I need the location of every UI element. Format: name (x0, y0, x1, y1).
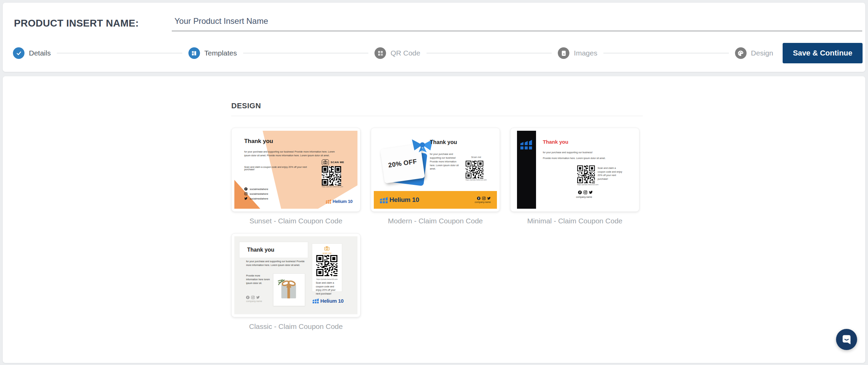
gift-photo-panel (273, 273, 305, 306)
step-label-qr-code: QR Code (390, 49, 420, 57)
body-line: for your purchase and supporting our bus… (246, 260, 306, 267)
template-preview-modern: 20% OFF Thank you for your purchase and … (374, 131, 497, 209)
scan-me-badge: SCAN ME (322, 159, 344, 165)
scan-me-label: Scan me (471, 156, 481, 159)
thank-you-heading: Thank you (543, 139, 568, 145)
template-card-classic[interactable]: Thank you scan me https://portals.helium… (231, 233, 361, 317)
helium10-wordmark: Helium 10 (333, 199, 353, 204)
step-connector (603, 53, 729, 53)
qr-code (322, 166, 341, 186)
brand-footer-bar: Helium 10 company.name (374, 191, 497, 209)
chat-bubble-icon (840, 333, 853, 346)
template-caption: Modern - Claim Coupon Code (371, 217, 500, 225)
stepper: Details Templates QR Code Images Design … (13, 42, 863, 64)
template-card-minimal[interactable]: Thank you for your purchase and supporti… (510, 128, 639, 212)
template-preview-minimal: Thank you for your purchase and supporti… (513, 131, 636, 209)
helium10-mark-icon (313, 298, 319, 303)
thank-you-heading: Thank you (430, 139, 457, 145)
step-connector (427, 53, 552, 53)
scan-claim-text: Scan and claim a coupon code and enjoy 2… (244, 166, 313, 171)
template-tile-classic: Thank you scan me https://portals.helium… (231, 233, 361, 331)
thank-you-heading: Thank you (244, 138, 273, 145)
design-section-title: DESIGN (231, 101, 643, 110)
social-links: socialmediahere socialmediahere socialme… (244, 187, 268, 200)
save-continue-button[interactable]: Save & Continue (783, 43, 863, 63)
twitter-icon (487, 196, 491, 200)
social-row: socialmediahere (244, 197, 268, 200)
qr-panel: scan me https://portals.helium10.com Sca… (312, 243, 342, 292)
instagram-icon (244, 192, 248, 195)
instagram-icon (251, 296, 255, 299)
helium10-logo: Helium 10 (380, 196, 419, 204)
template-tile-sunset: Thank you for your purchase and supporti… (231, 128, 361, 225)
thank-you-heading: Thank you (247, 247, 274, 253)
template-caption: Minimal - Claim Coupon Code (510, 217, 639, 225)
social-icons-row (246, 296, 262, 299)
facebook-icon (244, 187, 248, 191)
template-card-sunset[interactable]: Thank you for your purchase and supporti… (231, 128, 361, 212)
product-insert-name-input[interactable] (172, 14, 862, 31)
step-connector (57, 53, 182, 53)
body-line: Provide more information here lorem ipsu… (246, 274, 272, 285)
check-icon (13, 47, 24, 59)
step-connector (243, 53, 369, 53)
facebook-icon (578, 190, 582, 194)
template-tile-minimal: Thank you for your purchase and supporti… (510, 128, 639, 225)
facebook-icon (477, 196, 481, 200)
template-caption: Sunset - Claim Coupon Code (231, 217, 361, 225)
company-name: company.name (475, 201, 491, 203)
helium10-wordmark: Helium 10 (389, 196, 419, 204)
step-images[interactable]: Images (558, 47, 597, 59)
company-name: company.name (246, 300, 262, 302)
chat-launcher-button[interactable] (836, 329, 857, 350)
step-label-details: Details (29, 49, 51, 57)
helium10-mark-icon (326, 199, 331, 204)
qr-code (577, 165, 595, 183)
qr-code (466, 161, 483, 178)
instagram-icon (482, 196, 486, 200)
template-card-modern[interactable]: 20% OFF Thank you for your purchase and … (371, 128, 500, 212)
qr-url: https://portals.helium10.com (312, 278, 342, 280)
camera-icon (324, 246, 330, 251)
image-icon (558, 47, 569, 59)
qr-code (316, 255, 337, 276)
helium10-logo: Helium 10 (326, 199, 353, 204)
instagram-icon (583, 190, 587, 194)
social-handle: socialmediahere (250, 192, 268, 195)
scan-claim-text: Scan and claim a coupon code and enjoy 2… (316, 281, 338, 296)
step-label-images: Images (574, 49, 597, 57)
qr-code-icon (374, 47, 386, 59)
main-content-card: DESIGN Thank you for your purchase and s… (3, 76, 865, 363)
step-design[interactable]: Design (735, 47, 773, 59)
social-icons-row (477, 196, 491, 200)
step-qr-code[interactable]: QR Code (374, 47, 420, 59)
social-row: socialmediahere (244, 192, 268, 195)
qr-url: https://portals.helium10.com (322, 186, 341, 188)
step-label-templates: Templates (204, 49, 237, 57)
qr-url: https://portals.helium10.com (577, 184, 595, 186)
social-handle: socialmediahere (250, 197, 268, 200)
template-tile-modern: 20% OFF Thank you for your purchase and … (371, 128, 500, 225)
social-links: company.name (475, 196, 491, 203)
body-text: for your purchase and supporting our bus… (430, 153, 462, 171)
camera-icon (322, 159, 329, 165)
company-name: company.name (576, 196, 592, 198)
social-icons-row (578, 190, 593, 194)
section-divider (231, 116, 643, 116)
body-line: for your purchase and supporting our bus… (543, 151, 629, 154)
social-links: company.name (246, 296, 262, 302)
product-insert-name-label: PRODUCT INSERT NAME: (14, 18, 139, 29)
gift-box-image (276, 277, 302, 303)
scan-claim-text: Scan and claim a coupon code and enjoy 2… (598, 166, 623, 181)
helium10-mark-icon (520, 140, 533, 149)
step-templates[interactable]: Templates (188, 47, 237, 59)
palette-icon (735, 47, 747, 59)
helium10-wordmark: Helium 10 (320, 298, 344, 304)
twitter-icon (244, 197, 248, 200)
social-row: socialmediahere (244, 187, 268, 191)
qr-url: https://portals.helium10.com (466, 179, 483, 181)
discount-text: 20% OFF (388, 158, 418, 169)
body-text: for your purchase and supporting our bus… (244, 150, 339, 158)
step-details[interactable]: Details (13, 47, 51, 59)
body-line: Provide more information here. Lorem ips… (543, 157, 629, 159)
